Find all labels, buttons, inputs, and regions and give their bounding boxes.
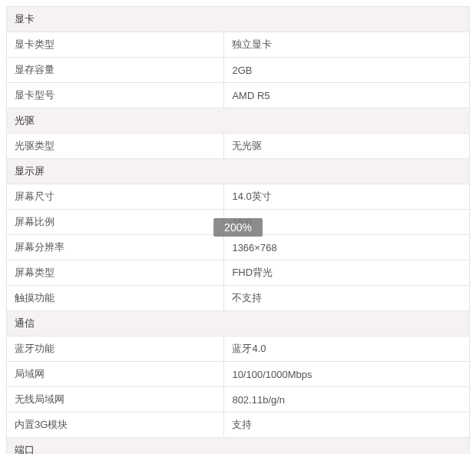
spec-label: 显卡型号: [7, 83, 224, 108]
spec-value: 不支持: [224, 286, 470, 311]
spec-value: AMD R5: [224, 83, 470, 108]
table-row: 显卡类型独立显卡: [7, 32, 470, 58]
section-header: 通信: [7, 311, 470, 336]
table-row: 蓝牙功能蓝牙4.0: [7, 336, 470, 362]
spec-label: 局域网: [7, 362, 224, 387]
spec-label: 显存容量: [7, 58, 224, 83]
spec-label: 屏幕尺寸: [7, 184, 224, 210]
spec-value: 14.0英寸: [224, 184, 470, 210]
table-row: 显存容量2GB: [7, 58, 470, 83]
spec-value: 16:9: [224, 210, 470, 235]
spec-label: 显卡类型: [7, 32, 224, 58]
spec-label: 光驱类型: [7, 134, 224, 159]
spec-value: 802.11b/g/n: [224, 387, 470, 413]
table-row: 内置3G模块支持: [7, 413, 470, 438]
spec-label: 无线局域网: [7, 387, 224, 413]
section-header: 端口: [7, 438, 470, 455]
table-row: 无线局域网802.11b/g/n: [7, 387, 470, 413]
spec-label: 屏幕分辨率: [7, 235, 224, 260]
spec-value: 蓝牙4.0: [224, 336, 470, 362]
spec-label: 内置3G模块: [7, 413, 224, 438]
table-row: 屏幕分辨率1366×768: [7, 235, 470, 260]
section-header: 显示屏: [7, 159, 470, 184]
spec-value: FHD背光: [224, 260, 470, 286]
spec-value: 无光驱: [224, 134, 470, 159]
spec-label: 屏幕比例: [7, 210, 224, 235]
table-row: 屏幕类型FHD背光: [7, 260, 470, 286]
spec-value: 2GB: [224, 58, 470, 83]
table-row: 屏幕尺寸14.0英寸: [7, 184, 470, 210]
spec-label: 触摸功能: [7, 286, 224, 311]
spec-value: 支持: [224, 413, 470, 438]
spec-label: 屏幕类型: [7, 260, 224, 286]
table-row: 显卡型号AMD R5: [7, 83, 470, 108]
table-row: 局域网10/100/1000Mbps: [7, 362, 470, 387]
table-row: 光驱类型无光驱: [7, 134, 470, 159]
section-header: 显卡: [7, 7, 470, 32]
table-row: 屏幕比例16:9: [7, 210, 470, 235]
spec-value: 独立显卡: [224, 32, 470, 58]
spec-value: 1366×768: [224, 235, 470, 260]
spec-label: 蓝牙功能: [7, 336, 224, 362]
spec-table: 显卡显卡类型独立显卡显存容量2GB显卡型号AMD R5光驱光驱类型无光驱显示屏屏…: [6, 6, 470, 454]
spec-value: 10/100/1000Mbps: [224, 362, 470, 387]
section-header: 光驱: [7, 108, 470, 134]
table-row: 触摸功能不支持: [7, 286, 470, 311]
